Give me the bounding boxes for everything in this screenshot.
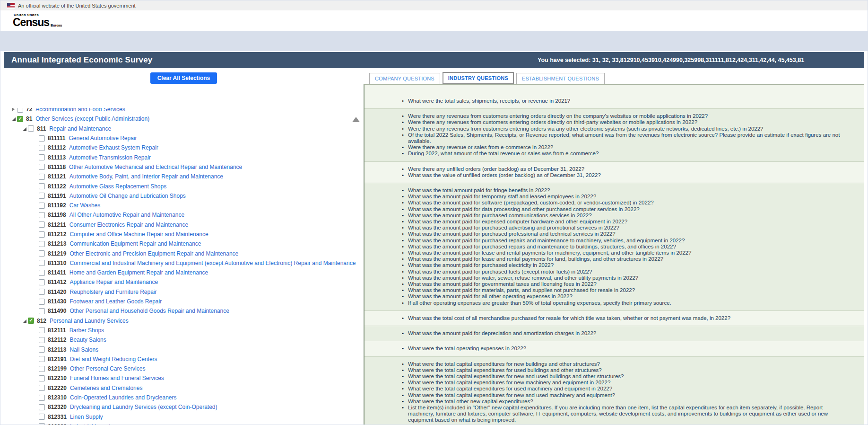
tree-row: 811219 Other Electronic and Precision Eq… [4,248,364,258]
tree-item-label[interactable]: Other Services (except Public Administra… [35,115,149,122]
tree-item-label[interactable]: Communication Equipment Repair and Maint… [69,240,201,247]
tree-checkbox[interactable] [39,250,45,257]
tab[interactable]: INDUSTRY QUESTIONS [443,72,514,84]
tree-item-label[interactable]: Computer and Office Machine Repair and M… [69,231,208,238]
tree-item-label[interactable]: Linen Supply [70,414,103,420]
tree-item-label[interactable]: All Other Automotive Repair and Maintena… [69,212,184,218]
tree-checkbox[interactable] [39,270,45,276]
tree-item-label[interactable]: Beauty Salons [69,336,106,343]
question-item: What was the amount paid for all other o… [401,293,857,300]
question-item: What was the amount paid for purchased c… [401,212,857,219]
tree-item-label[interactable]: Cemeteries and Crematories [70,385,142,391]
tree-checkbox[interactable] [39,183,45,189]
tree-checkbox[interactable] [39,414,45,420]
tree-checkbox[interactable] [39,327,45,333]
tree-item-label[interactable]: Funeral Homes and Funeral Services [70,375,164,381]
tree-item-label[interactable]: Reupholstery and Furniture Repair [69,289,156,295]
tree-row: 812331 Linen Supply [4,412,364,422]
tree-checkbox[interactable] [17,108,23,113]
tree-item-label[interactable]: Coin-Operated Laundries and Drycleaners [70,394,176,401]
tree-checkbox[interactable] [39,221,45,228]
tree-checkbox[interactable] [39,356,45,362]
tree-checkbox[interactable] [39,346,45,353]
tree-checkbox[interactable] [39,212,45,218]
tree-item-code: 811198 [48,212,66,218]
tree-item-code: 72 [26,108,32,113]
question-item: Of the total 2022 Sales, Shipments, Rece… [401,132,857,144]
tree-checkbox[interactable] [39,395,45,401]
tree-item-label[interactable]: Automotive Body, Paint, and Interior Rep… [69,173,223,180]
tree-checkbox[interactable] [39,241,45,247]
tree-checkbox[interactable] [39,203,45,209]
tree-item-label[interactable]: Other Personal and Household Goods Repai… [69,308,229,314]
tree-row: 811211 Consumer Electronics Repair and M… [4,220,364,230]
tree-row: 811310 Commercial and Industrial Machine… [4,258,364,268]
tree-item-label[interactable]: Other Personal Care Services [70,365,145,372]
tab[interactable]: ESTABLISHMENT QUESTIONS [516,73,605,84]
tree-item-code: 811192 [48,202,66,209]
tree-item-label[interactable]: Appliance Repair and Maintenance [69,279,158,285]
tree-expander-icon[interactable] [21,126,27,132]
tree-row: 812310 Coin-Operated Laundries and Drycl… [4,393,364,402]
tree-expander-icon[interactable] [10,108,16,112]
tree-checkbox[interactable] [39,231,45,238]
tree-checkbox[interactable] [39,164,45,170]
tree-item-label[interactable]: Personal and Laundry Services [50,318,129,324]
tree-item-label[interactable]: Home and Garden Equipment Repair and Mai… [69,269,208,276]
tree-item-label[interactable]: Diet and Weight Reducing Centers [70,356,157,363]
tree-checkbox[interactable] [39,145,45,151]
tree-item-label[interactable]: Accommodation and Food Services [35,108,125,113]
logo-row: United States Census Bureau [0,10,868,31]
tree-checkbox[interactable] [39,385,45,391]
question-list[interactable]: What were the total sales, shipments, re… [364,84,864,425]
tree-checkbox[interactable] [39,375,45,381]
tree-item-label[interactable]: Other Automotive Mechanical and Electric… [69,164,242,170]
tree-item-label[interactable]: Automotive Exhaust System Repair [69,144,158,151]
tree-item-label[interactable]: Commercial and Industrial Machinery and … [69,260,356,266]
question-item: What was the amount paid for purchased f… [401,269,857,275]
tree-checkbox[interactable] [39,404,45,410]
tree-checkbox[interactable] [39,289,45,295]
tree-checkbox[interactable] [17,116,23,122]
tree-item-label[interactable]: Industrial Launderers [70,423,123,425]
tree-expander-icon[interactable] [21,318,27,324]
tree-item-label[interactable]: Consumer Electronics Repair and Maintena… [69,221,188,228]
tree-checkbox[interactable] [39,174,45,180]
tree-checkbox[interactable] [28,318,34,324]
tree-item-code: 811191 [48,193,66,199]
app-header: Annual Integrated Economic Survey You ha… [4,52,864,68]
clear-all-selections-button[interactable]: Clear All Selections [150,72,217,84]
tree-checkbox[interactable] [39,193,45,199]
tree-item-label[interactable]: Other Electronic and Precision Equipment… [69,250,238,257]
tree-scroll-up-button[interactable] [351,115,361,124]
tree-item-label[interactable]: Repair and Maintenance [49,125,111,132]
census-bureau-logo[interactable]: United States Census Bureau [13,13,62,28]
tree-checkbox[interactable] [39,135,45,142]
tree-checkbox[interactable] [39,279,45,285]
tree-item-code: 811490 [48,308,66,314]
tree-item-label[interactable]: Automotive Transmission Repair [69,154,151,161]
tree-checkbox[interactable] [39,308,45,314]
tree-checkbox[interactable] [39,260,45,266]
tree-item-label[interactable]: Car Washes [69,202,101,209]
tree-item-code: 812113 [48,346,66,353]
tree-item-label[interactable]: General Automotive Repair [69,135,137,142]
tree-checkbox[interactable] [39,154,45,160]
tree-item-label[interactable]: Automotive Glass Replacement Shops [69,183,166,190]
question-item: What were the total other used capital e… [401,424,857,425]
tree-item-label[interactable]: Barber Shops [69,327,104,334]
tree-checkbox[interactable] [28,125,34,132]
tree-expander-icon[interactable] [10,116,16,122]
tree-checkbox[interactable] [39,299,45,305]
tree-item-label[interactable]: Automotive Oil Change and Lubrication Sh… [69,193,186,199]
tree-checkbox[interactable] [39,423,45,425]
tree-item-label[interactable]: Footwear and Leather Goods Repair [69,298,162,305]
question-item: What was the amount paid for lease and r… [401,250,857,256]
tree-item-label[interactable]: Drycleaning and Laundry Services (except… [70,404,217,410]
tree-viewport[interactable]: 72 Accommodation and Food Services 81 Ot… [4,108,364,425]
tab[interactable]: COMPANY QUESTIONS [369,73,440,84]
question-item: During 2022, what amount of the total re… [401,151,857,157]
tree-checkbox[interactable] [39,366,45,372]
tree-item-label[interactable]: Nail Salons [69,346,98,353]
tree-checkbox[interactable] [39,337,45,343]
